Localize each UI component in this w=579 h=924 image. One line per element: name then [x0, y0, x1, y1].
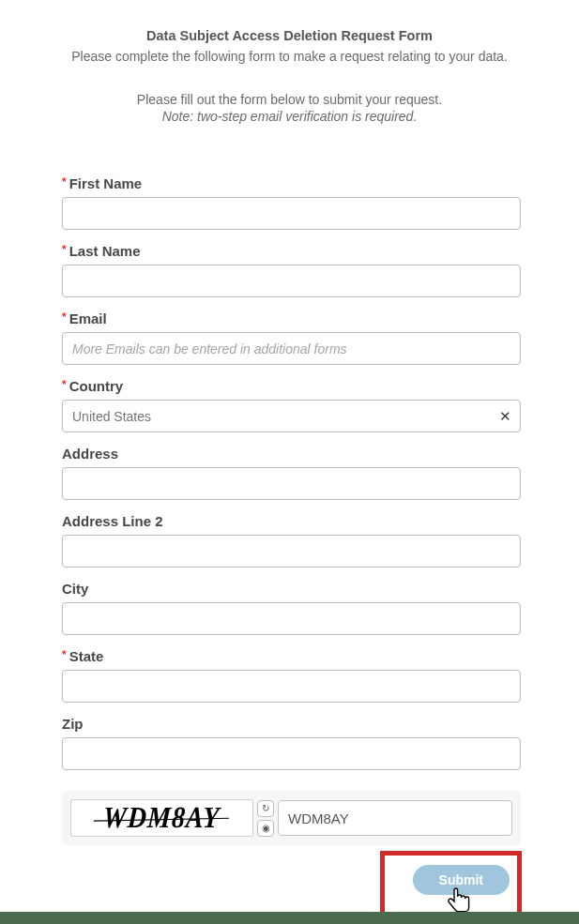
- captcha-image: WDM8AY: [70, 799, 253, 837]
- field-state: * State: [62, 648, 521, 703]
- address2-label: Address Line 2: [62, 513, 163, 529]
- required-marker: *: [62, 244, 67, 255]
- state-input[interactable]: [62, 670, 521, 703]
- captcha-input[interactable]: [278, 800, 512, 836]
- first-name-label: First Name: [69, 175, 143, 191]
- captcha-section: WDM8AY ↻ ◉: [62, 791, 521, 845]
- field-email: * Email: [62, 311, 521, 365]
- field-address2: Address Line 2: [62, 513, 521, 568]
- field-city: City: [62, 581, 521, 635]
- required-marker: *: [62, 176, 67, 188]
- captcha-audio-icon[interactable]: ◉: [257, 820, 274, 837]
- submit-button[interactable]: Submit: [413, 865, 510, 895]
- page-title: Data Subject Access Deletion Request For…: [56, 28, 523, 43]
- first-name-input[interactable]: [62, 197, 521, 230]
- address2-input[interactable]: [62, 535, 521, 568]
- required-marker: *: [62, 649, 67, 660]
- field-last-name: * Last Name: [62, 243, 521, 297]
- zip-input[interactable]: [62, 737, 521, 770]
- email-label: Email: [69, 311, 107, 326]
- captcha-controls: ↻ ◉: [257, 800, 274, 837]
- zip-label: Zip: [62, 716, 84, 732]
- page-subtitle: Please complete the following form to ma…: [56, 47, 523, 66]
- instruction-text: Please fill out the form below to submit…: [56, 92, 523, 107]
- footer-bar: [0, 912, 579, 924]
- field-zip: Zip: [62, 716, 521, 770]
- clear-country-icon[interactable]: ✕: [499, 408, 511, 425]
- field-country: * Country United States ✕: [62, 378, 521, 432]
- last-name-label: Last Name: [69, 243, 141, 259]
- address-label: Address: [62, 446, 118, 462]
- address-input[interactable]: [62, 467, 521, 500]
- city-label: City: [62, 581, 88, 597]
- request-form: * First Name * Last Name * Email * Count…: [0, 124, 579, 924]
- country-select[interactable]: [62, 400, 521, 432]
- state-label: State: [69, 648, 104, 664]
- captcha-refresh-icon[interactable]: ↻: [257, 800, 274, 817]
- field-first-name: * First Name: [62, 175, 521, 230]
- verification-note: Note: two-step email verification is req…: [56, 109, 523, 124]
- country-label: Country: [69, 378, 124, 394]
- email-input[interactable]: [62, 332, 521, 365]
- form-header: Data Subject Access Deletion Request For…: [0, 0, 579, 124]
- last-name-input[interactable]: [62, 265, 521, 297]
- field-address: Address: [62, 446, 521, 500]
- city-input[interactable]: [62, 602, 521, 635]
- required-marker: *: [62, 379, 67, 390]
- captcha-image-text: WDM8AY: [102, 801, 221, 836]
- required-marker: *: [62, 311, 67, 323]
